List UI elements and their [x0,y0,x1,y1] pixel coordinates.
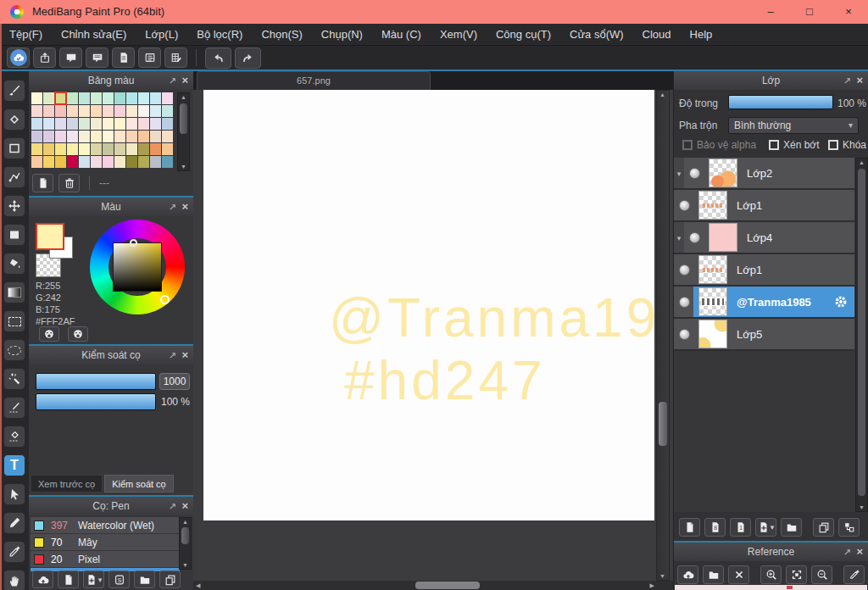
checkbox-2[interactable]: Xén bớt [769,139,820,151]
brush-add-button[interactable] [58,571,79,588]
gear-icon[interactable] [834,295,848,309]
palette-swatch[interactable] [67,143,78,155]
color-wheel[interactable] [90,220,185,314]
palette-swatch[interactable] [31,105,42,117]
magic-wand-tool[interactable] [3,368,25,390]
document-button[interactable] [112,47,135,68]
layer-row[interactable]: Lớp1 [674,254,854,287]
palette-swatch[interactable] [114,118,125,130]
palette-swatch[interactable] [162,143,173,155]
palette-swatch[interactable] [126,118,137,130]
palette-swatch[interactable] [91,156,102,168]
select-tool[interactable] [3,310,25,332]
brush-cloud-button[interactable] [32,571,53,588]
palette-swatch[interactable] [138,131,149,142]
layer-row-main[interactable]: @Tranma1985 [693,287,854,317]
select-pen-tool[interactable] [3,397,25,419]
palette-swatch[interactable] [150,105,161,117]
close-icon[interactable]: × [181,497,188,515]
redo-button[interactable] [235,47,261,69]
palette-swatch[interactable] [103,105,114,117]
palette-swatch[interactable] [103,143,114,155]
palette-swatch[interactable] [114,131,125,142]
layer-row[interactable]: Lớp5 [674,319,854,351]
scroll-right-icon[interactable]: ▶ [650,581,654,590]
palette-swatch[interactable] [79,92,90,104]
text-tool[interactable]: T [3,454,25,476]
upload-button[interactable] [33,47,56,68]
tab-brush-preview[interactable]: Xem trước cọ [31,475,103,493]
brush-tool[interactable] [3,80,25,102]
palette-swatch[interactable] [91,131,102,142]
layer-row-main[interactable]: Lớp1 [693,254,854,285]
close-icon[interactable]: × [181,198,188,216]
layer-visibility-toggle[interactable] [679,297,690,308]
palette-swatch[interactable] [31,118,42,130]
minimize-button[interactable]: – [751,0,790,24]
menu-item[interactable]: Lớp(L) [136,24,187,45]
chat-button[interactable] [59,47,82,68]
palette-swatch[interactable] [114,156,125,168]
scroll-thumb[interactable] [659,402,667,446]
layer-row-main[interactable]: Lớp2 [704,158,854,188]
palette-swatch[interactable] [91,143,102,155]
palette-swatch[interactable] [31,131,42,142]
checkbox-1[interactable]: Bảo vệ alpha [682,139,756,151]
foreground-color-swatch[interactable] [36,223,64,250]
popout-icon[interactable]: ↗ [843,71,851,90]
add-1bit-layer-button[interactable]: 1 [730,518,751,537]
checkbox-3[interactable]: Khóa [828,139,866,151]
menu-item[interactable]: Màu (C) [372,24,431,45]
layer-visibility-toggle[interactable] [689,168,700,179]
brush-add-menu-button[interactable]: ▾ [83,571,104,588]
scroll-up-icon[interactable]: ▲ [180,519,191,525]
shape-tool[interactable] [3,137,25,159]
cloud-sync-button[interactable] [7,47,30,68]
menu-item[interactable]: Chụp(N) [312,24,372,45]
lasso-tool[interactable] [3,339,25,361]
palette-swatch[interactable] [162,131,173,142]
undo-button[interactable] [205,47,231,69]
palette-swatch[interactable] [126,92,137,104]
palette-swatch[interactable] [162,105,173,117]
menu-item[interactable]: Chỉnh sửa(E) [52,24,136,45]
popout-icon[interactable]: ↗ [843,543,851,561]
palette-swatch[interactable] [162,118,173,130]
layer-row-main[interactable]: Lớp1 [693,190,854,220]
palette-swatch[interactable] [79,156,90,168]
curve-tool[interactable] [3,166,25,188]
reference-dropper-button[interactable] [843,565,865,584]
menu-item[interactable]: Bộ lọc(R) [187,24,252,45]
palette-swatch[interactable] [43,143,54,155]
palette-swatch[interactable] [114,92,125,104]
popout-icon[interactable]: ↗ [169,497,176,515]
scroll-up-icon[interactable]: ▲ [657,92,668,97]
checkbox-icon[interactable] [682,140,693,150]
menu-item[interactable]: Công cụ(T) [487,24,560,45]
palette-swatch[interactable] [43,131,54,142]
palette-add-button[interactable] [68,326,88,342]
duplicate-layer-button[interactable] [813,518,834,537]
palette-swatch[interactable] [150,143,161,155]
palette-swatch[interactable] [79,143,90,155]
palette-swatch[interactable] [91,105,102,117]
palette-scrollbar[interactable]: ▲ ▼ [177,92,190,171]
palette-swatch[interactable] [138,118,149,130]
sv-marker[interactable] [130,239,137,247]
palette-swatch[interactable] [67,131,78,142]
menu-item[interactable]: Chọn(S) [252,24,311,45]
brush-duplicate-button[interactable] [159,571,181,588]
scroll-up-icon[interactable]: ▲ [856,159,867,165]
close-icon[interactable]: × [856,543,863,561]
eraser-tool[interactable] [3,109,25,131]
palette-swatch[interactable] [55,105,66,117]
move-tool[interactable] [3,195,25,217]
menu-item[interactable]: Cloud [633,24,681,45]
popout-icon[interactable]: ↗ [169,346,176,365]
layer-opacity-slider[interactable] [728,95,833,109]
palette-swatch[interactable] [126,131,137,142]
canvas-settings-button[interactable] [164,47,187,68]
title-bar[interactable]: MediBang Paint Pro (64bit) –□× [0,0,868,24]
close-icon[interactable]: × [181,346,188,365]
scroll-left-icon[interactable]: ◀ [196,581,200,590]
